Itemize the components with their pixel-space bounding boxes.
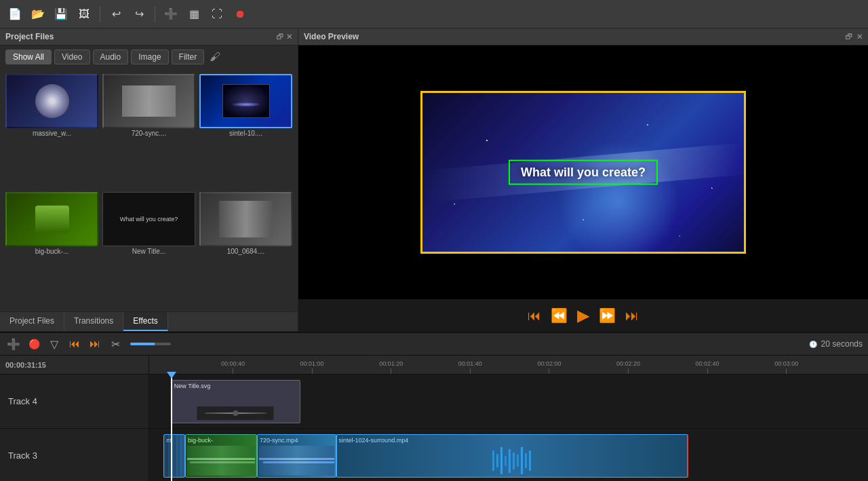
list-item[interactable]: 720-sync.mp4: [257, 434, 336, 478]
timeline-filter-icon[interactable]: ▽: [46, 336, 62, 352]
main-area: Project Files 🗗 ✕ Show All Video Audio I…: [0, 28, 868, 332]
media-item-label: sintel-10....: [199, 130, 292, 137]
timeline-time-display: 🕐 20 seconds: [809, 339, 863, 349]
track-content-area: 00:00:40 00:01:00 00:01:20 00:01:40 00:0…: [149, 355, 868, 481]
right-panel: Video Preview 🗗 ✕ What will you create? …: [298, 28, 868, 332]
track-4-row: New Title.svg: [149, 374, 868, 429]
tab-effects[interactable]: Effects: [123, 312, 167, 331]
media-item-label: 100_0684....: [199, 248, 292, 255]
timeline-toolbar: ➕ 🔴 ▽ ⏮ ⏭ ✂ 🕐 20 seconds: [0, 333, 868, 355]
list-item[interactable]: big-buck-: [185, 434, 257, 478]
toolbar-separator-1: [100, 6, 100, 22]
video-preview-title: Video Preview: [304, 32, 359, 41]
timeline-jump-start-icon[interactable]: ⏮: [66, 336, 83, 352]
media-item-label: big-buck-...: [5, 248, 98, 255]
media-grid: massive_w... 720-sync....: [0, 69, 298, 311]
timeline-section: ➕ 🔴 ▽ ⏮ ⏭ ✂ 🕐 20 seconds 00:00:31:15 Tra…: [0, 332, 868, 481]
import-icon[interactable]: 🖼: [75, 5, 94, 24]
clock-icon: 🕐: [809, 341, 817, 348]
preview-close-icon[interactable]: ✕: [856, 33, 863, 41]
rewind-button[interactable]: ⏪: [551, 307, 568, 324]
project-files-maximize-icon[interactable]: 🗗: [276, 33, 283, 41]
fast-forward-button[interactable]: ⏩: [599, 307, 616, 324]
tab-project-files[interactable]: Project Files: [0, 312, 64, 331]
video-title-box: What will you create?: [509, 160, 658, 185]
ruler-mark: 00:02:00: [537, 360, 561, 374]
top-toolbar: 📄 📂 💾 🖼 ↩ ↪ ➕ ▦ ⛶ ⏺: [0, 0, 868, 28]
ruler-mark: 00:01:40: [458, 360, 482, 374]
track-4-label: Track 4: [0, 374, 149, 429]
timeline-razor-icon[interactable]: ✂: [107, 336, 123, 352]
tracks-container: New Title.svg m: [149, 374, 868, 481]
rewind-to-start-button[interactable]: ⏮: [528, 308, 541, 324]
redo-icon[interactable]: ↪: [130, 5, 149, 24]
tab-audio[interactable]: Audio: [93, 50, 129, 64]
play-button[interactable]: ▶: [577, 306, 589, 325]
toolbar-separator-2: [155, 6, 155, 22]
tab-video[interactable]: Video: [54, 50, 90, 64]
filter-brush-icon[interactable]: 🖌: [210, 51, 220, 63]
track-labels: 00:00:31:15 Track 4 Track 3: [0, 355, 149, 481]
open-icon[interactable]: 📂: [28, 5, 47, 24]
timeline-zoom-label: 20 seconds: [821, 339, 863, 349]
list-item[interactable]: What will you create? New Title...: [102, 192, 195, 306]
preview-area: What will you create?: [298, 45, 868, 299]
ruler-mark: 00:01:00: [300, 360, 324, 374]
ruler-mark: 00:02:20: [616, 360, 640, 374]
timeline-add-track-button[interactable]: ➕: [5, 336, 22, 352]
current-time-display: 00:00:31:15: [5, 361, 46, 369]
tab-show-all[interactable]: Show All: [5, 50, 52, 64]
timeline-body: 00:00:31:15 Track 4 Track 3 00:00:40 00:…: [0, 355, 868, 481]
list-item[interactable]: m: [163, 434, 185, 478]
ruler-mark: 00:02:40: [696, 360, 719, 374]
video-preview-header: Video Preview 🗗 ✕: [298, 28, 868, 45]
project-files-title: Project Files: [5, 32, 54, 41]
project-files-header: Project Files 🗗 ✕: [0, 28, 298, 45]
undo-icon[interactable]: ↩: [106, 5, 125, 24]
list-item[interactable]: massive_w...: [5, 74, 98, 188]
clip-label: New Title.svg: [174, 383, 211, 389]
media-item-label: massive_w...: [5, 130, 98, 137]
playhead[interactable]: [171, 374, 172, 481]
playback-controls: ⏮ ⏪ ▶ ⏩ ⏭: [298, 299, 868, 332]
list-item[interactable]: big-buck-...: [5, 192, 98, 306]
add-clip-icon[interactable]: ➕: [161, 5, 180, 24]
track-3-label: Track 3: [0, 429, 149, 481]
timeline-zoom-slider[interactable]: [130, 343, 171, 345]
video-title-text: What will you create?: [521, 166, 646, 179]
fullscreen-icon[interactable]: ⛶: [208, 5, 226, 24]
timeline-jump-end-icon[interactable]: ⏭: [87, 336, 103, 352]
ruler-mark: 00:00:40: [221, 360, 245, 374]
ruler-mark: 00:01:20: [379, 360, 403, 374]
list-item[interactable]: sintel-10....: [199, 74, 292, 188]
media-item-label: 720-sync....: [102, 130, 195, 137]
ruler-mark: 00:03:00: [774, 360, 798, 374]
preview-maximize-icon[interactable]: 🗗: [845, 33, 852, 41]
tab-image[interactable]: Image: [131, 50, 168, 64]
list-item[interactable]: New Title.svg: [171, 380, 300, 423]
tab-transitions[interactable]: Transitions: [64, 312, 123, 331]
clip-label: 720-sync.mp4: [260, 437, 298, 444]
media-item-label: New Title...: [102, 248, 195, 255]
project-files-close-icon[interactable]: ✕: [286, 33, 292, 41]
tab-filter[interactable]: Filter: [172, 50, 205, 64]
list-item[interactable]: 100_0684....: [199, 192, 292, 306]
timeline-ruler: 00:00:40 00:01:00 00:01:20 00:01:40 00:0…: [149, 355, 868, 374]
playhead-triangle: [167, 372, 176, 379]
list-item[interactable]: 720-sync....: [102, 74, 195, 188]
save-icon[interactable]: 💾: [52, 5, 71, 24]
split-icon[interactable]: ▦: [184, 5, 203, 24]
filter-tabs: Show All Video Audio Image Filter 🖌: [0, 45, 298, 69]
list-item[interactable]: sintel-1024-surround.mp4: [336, 434, 688, 478]
left-panel: Project Files 🗗 ✕ Show All Video Audio I…: [0, 28, 298, 332]
clip-label: sintel-1024-surround.mp4: [339, 437, 409, 444]
forward-to-end-button[interactable]: ⏭: [625, 308, 639, 324]
timeline-remove-button[interactable]: 🔴: [26, 336, 42, 352]
bottom-tabs: Project Files Transitions Effects: [0, 311, 298, 332]
clip-label: big-buck-: [188, 437, 213, 444]
video-frame: What will you create?: [420, 91, 746, 254]
record-icon[interactable]: ⏺: [231, 5, 250, 24]
track-3-row: m big-buck-: [149, 429, 868, 481]
new-icon[interactable]: 📄: [5, 5, 24, 24]
project-files-header-icons: 🗗 ✕: [276, 33, 292, 41]
